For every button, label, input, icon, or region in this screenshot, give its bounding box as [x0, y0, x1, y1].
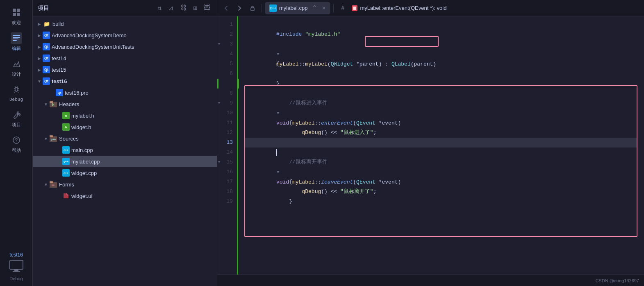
monitor-icon: [9, 259, 24, 275]
status-bar: CSDN @dong132697: [217, 275, 644, 286]
line-num-10: 10: [217, 108, 237, 118]
qt-icon-unit: Qt: [43, 43, 50, 50]
sidebar-item-design[interactable]: 设计: [2, 55, 31, 81]
ui-file-icon: [62, 192, 70, 200]
fold-arrow-forms: ▼: [43, 181, 49, 188]
line-num-2: 2: [217, 30, 237, 39]
qt-icon-test14: Qt: [43, 54, 50, 62]
tree-item-test15[interactable]: ▶ Qt test15: [33, 64, 217, 75]
line-numbers: 1 2 3 4 5 6 8 9 10 11 12 13 14 15 16 17 …: [217, 16, 238, 275]
sidebar-item-welcome[interactable]: 欢迎: [2, 3, 31, 29]
tree-label-widget-cpp: widget.cpp: [71, 170, 97, 176]
sidebar-item-project[interactable]: 项目: [2, 105, 31, 131]
tree-item-headers[interactable]: ▼ h Headers: [33, 98, 217, 110]
design-icon: [11, 58, 22, 70]
code-line-18: }: [244, 187, 637, 197]
tree-label-mylabel-h: mylabel.h: [71, 113, 94, 119]
code-editor: 1 2 3 4 5 6 8 9 10 11 12 13 14 15 16 17 …: [217, 16, 644, 275]
code-line-11: qDebug() << "鼠标进入了";: [244, 118, 637, 128]
sidebar: 欢迎 编辑 设计: [0, 0, 33, 286]
split-icon[interactable]: ⊞: [191, 3, 199, 13]
help-icon: [11, 134, 22, 146]
tree-label-test16: test16: [52, 78, 67, 84]
sidebar-item-help[interactable]: 帮助: [2, 131, 31, 157]
cpp-file-icon-main: c++: [62, 146, 70, 154]
fold-arrow-sources: ▼: [43, 135, 49, 142]
tree-item-sources[interactable]: ▼ c++ Sources: [33, 133, 217, 144]
back-button[interactable]: [221, 2, 232, 14]
tree-item-forms[interactable]: ▼ ✏ Forms: [33, 179, 217, 190]
svg-rect-4: [13, 35, 20, 36]
code-line-19: [244, 197, 637, 207]
line-num-15: 15: [217, 157, 237, 167]
svg-rect-0: [13, 9, 16, 12]
tree-label-sources: Sources: [59, 136, 79, 142]
tree-item-mylabel-h[interactable]: ▶ h mylabel.h: [33, 110, 217, 121]
panel-header-icons: ⇅ ⊿ ⛓ ⊞ 🖼: [156, 3, 212, 13]
line-num-9: 9: [217, 98, 237, 108]
svg-rect-2: [13, 13, 16, 16]
tree-item-advanced-docking[interactable]: ▶ Qt AdvancedDockingSystemDemo: [33, 30, 217, 41]
code-line-5: [244, 59, 637, 69]
tree-item-test16-pro[interactable]: ▶ Qt test16.pro: [33, 87, 217, 98]
tree-label-test14: test14: [52, 55, 66, 61]
tree-item-widget-cpp[interactable]: ▶ c++ widget.cpp: [33, 167, 217, 179]
h-file-icon-mylabel: h: [62, 112, 70, 119]
tree-item-widget-h[interactable]: ▶ h widget.h: [33, 121, 217, 133]
watermark-text: CSDN @dong132697: [595, 278, 639, 283]
code-line-3: ▼ myLabel::myLabel(QWidget *parent) : QL…: [244, 39, 637, 49]
hash-button[interactable]: #: [337, 2, 348, 14]
tree-label-headers: Headers: [59, 101, 79, 107]
tree-item-test16[interactable]: ▼ Qt test16: [33, 75, 217, 87]
tree-label-forms: Forms: [59, 182, 74, 188]
file-tab-mylabel[interactable]: c++ mylabel.cpp ⌃ ✕: [265, 2, 330, 14]
tree-item-build[interactable]: ▶ 📁 build: [33, 18, 217, 30]
edit-icon: [11, 32, 22, 44]
sort-icon[interactable]: ⇅: [156, 3, 164, 13]
link-icon[interactable]: ⛓: [178, 3, 188, 13]
code-line-12: }: [244, 128, 637, 138]
filter-icon[interactable]: ⊿: [166, 3, 175, 13]
tree-label-build: build: [52, 21, 64, 27]
lock-button[interactable]: [247, 2, 258, 14]
tree-item-main-cpp[interactable]: ▶ c++ main.cpp: [33, 144, 217, 156]
project-tree: ▶ 📁 build ▶ Qt AdvancedDockingSystemDemo…: [33, 16, 217, 286]
tab-close-button[interactable]: ✕: [322, 5, 326, 11]
line-num-17: 17: [217, 177, 237, 187]
svg-text:✏: ✏: [52, 183, 55, 187]
debug-label-bottom: Debug: [9, 276, 23, 281]
toolbar-separator-2: [333, 4, 334, 12]
tree-item-widget-ui[interactable]: ▶ widget.ui: [33, 190, 217, 202]
forward-button[interactable]: [234, 2, 245, 14]
line-num-4: 4: [217, 49, 237, 59]
h-file-icon-widget: h: [62, 123, 70, 131]
panel-title: 项目: [38, 5, 49, 12]
tree-label-unit: AdvancedDockingSystemUnitTests: [52, 44, 134, 50]
tab-nav-up[interactable]: ⌃: [310, 4, 319, 13]
tree-label-widget-h: widget.h: [71, 124, 91, 130]
code-line-7: [238, 79, 637, 89]
image-icon[interactable]: 🖼: [202, 3, 212, 13]
sidebar-item-debug[interactable]: Debug: [2, 81, 31, 105]
qt-icon-test15: Qt: [43, 66, 50, 73]
code-line-16: {: [244, 167, 637, 177]
svg-rect-3: [17, 13, 20, 16]
svg-rect-1: [17, 9, 20, 12]
tree-item-advanced-unit[interactable]: ▶ Qt AdvancedDockingSystemUnitTests: [33, 41, 217, 52]
svg-text:c++: c++: [51, 138, 56, 141]
project-panel: 项目 ⇅ ⊿ ⛓ ⊞ 🖼 ▶ 📁 build ▶ Qt AdvancedDock…: [33, 0, 217, 286]
cpp-file-icon-mylabel: c++: [62, 158, 70, 165]
breadcrumb-class-icon: [352, 5, 357, 11]
tree-item-test14[interactable]: ▶ Qt test14: [33, 52, 217, 64]
line-num-1: 1: [217, 20, 237, 30]
sources-folder-icon: c++: [49, 135, 57, 142]
line-num-6: 6: [217, 69, 237, 79]
code-content[interactable]: #include "mylabel.h" ▼ myLabel::myLabel(…: [238, 16, 644, 275]
toolbar-separator-1: [262, 4, 262, 12]
tree-item-mylabel-cpp[interactable]: ▶ c++ mylabel.cpp: [33, 156, 217, 167]
svg-rect-12: [13, 271, 20, 272]
sidebar-item-edit[interactable]: 编辑: [2, 29, 31, 55]
bug-icon: [11, 84, 22, 95]
line-num-8: 8: [217, 89, 237, 98]
breadcrumb-container: myLabel::enterEvent(QEvent *): void: [352, 5, 446, 11]
